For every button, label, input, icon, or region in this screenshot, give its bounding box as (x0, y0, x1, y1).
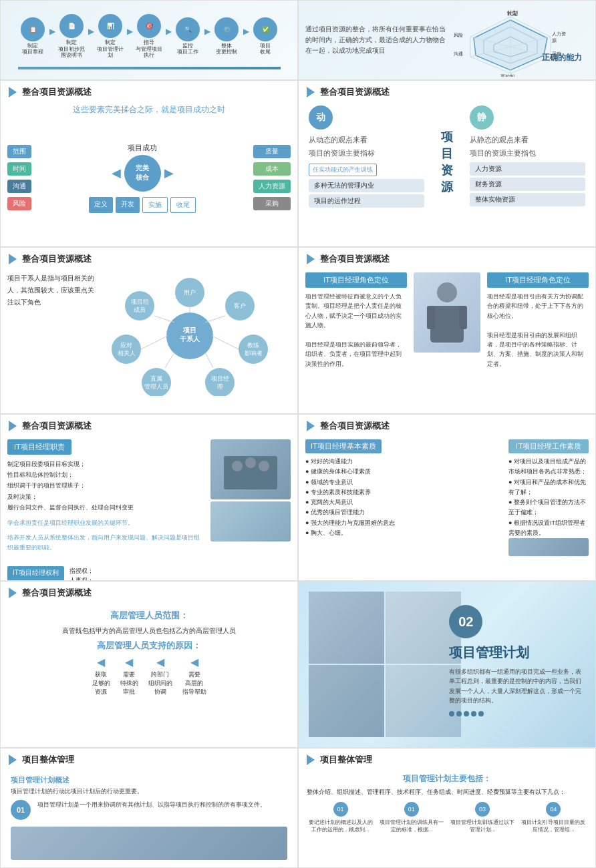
badge-phys-res: 整体实物资源 (470, 193, 585, 206)
duties-image-col (210, 439, 291, 560)
step-label-2: 制定项目初步范围说明书 (58, 39, 85, 59)
support-2: ◀ 需要特殊的审批 (120, 656, 138, 696)
step-circle-2: 📄 (59, 14, 84, 38)
plan-image (11, 827, 287, 860)
right-diagram: 通过项目资源的整合，将所有任何重要事在恰当的时间内，正确的方式，最适合成的人力物… (299, 1, 595, 79)
stakeholder-desc: 项目干系人是指与项目相关的人，其范围较大，应该重点关注以下角色 (7, 272, 100, 393)
svg-point-44 (437, 282, 457, 302)
dynamic-col: 动 从动态的观点来看 项目的资源主要指标 任实功能式的产生训练 多种无法的管理内… (309, 105, 424, 219)
right-tags: 质量 成本 人力资源 采购 (253, 121, 291, 234)
step-3: 📊 制定项目管理计划 (96, 14, 126, 59)
plan-text-1: 项目管理计划的行动比项目计划后的行动更重要。 (11, 787, 287, 797)
svg-text:影响者: 影响者 (245, 350, 263, 357)
flow-step-define[interactable]: 定义 (89, 197, 113, 213)
row3-left-header: 整合项目资源概述 (1, 248, 297, 269)
triangle-marker-3r (307, 254, 315, 264)
authority-text: 指授权；人事权；财权；技术决策权；设备、工具、材料的采购与控制权。 (69, 566, 166, 581)
triangle-marker-3 (9, 254, 17, 264)
step-desc-2: 项目管理计划的训练具有一定的标准，根据... (378, 819, 445, 833)
svg-text:应对: 应对 (120, 342, 132, 349)
role-header-1: IT项目经理角色定位 (305, 272, 407, 288)
plan-def-row: 01 项目管理计划是一个用来协调所有其他计划、以指导项目执行和控制的所有事项文件… (11, 800, 287, 820)
svg-rect-47 (459, 306, 467, 329)
row4-right-cell: 整合项目资源概述 IT项目经理基本素质 ● 对好的沟通能力 ● 健康的身体和心理… (298, 414, 596, 581)
svg-text:管理人员: 管理人员 (144, 383, 168, 390)
arrow-left-icon: ◀ (112, 166, 121, 180)
svg-point-31 (112, 335, 141, 364)
support-label-1: 获取足够的资源 (92, 670, 110, 696)
pm-step-1: 01 要记述计划的概述以及人的工作的运用的，顾虑到... (307, 802, 374, 833)
step-num-1: 01 (333, 802, 348, 817)
svg-line-41 (165, 353, 174, 368)
row4-right-title: 整合项目资源概述 (320, 420, 390, 432)
pm-plan-intro: 整体介绍、组织描述、管理程序、技术程序、任务组成、时间进度、经费预算等主要有以下… (307, 788, 587, 797)
svg-line-42 (141, 336, 168, 349)
support-label-2: 需要特殊的审批 (120, 670, 138, 696)
row1-left-cell: 📋 制定项目章程 ▶ 📄 制定项目初步范围说明书 ▶ 📊 制定项目管理计划 ▶ … (0, 0, 298, 80)
row3-left-cell: 整合项目资源概述 项目干系人是指与项目相关的人，其范围较大，应该重点关注以下角色… (0, 247, 298, 414)
step-circle-6: ⚙️ (214, 17, 239, 41)
resource-center: 项目资源 (438, 105, 456, 219)
row3-left-title: 整合项目资源概述 (22, 253, 92, 265)
tag-time: 时间 (7, 162, 31, 176)
flow-steps-row: 定义 开发 实施 收尾 (89, 197, 196, 213)
stakeholder-layout: 项目干系人是指与项目相关的人，其范围较大，应该重点关注以下角色 项目 干系人 用… (1, 269, 297, 396)
work-competency: IT项目经理工作素质 ● 对项目以及项目组成产品的市场和项目各热点非常熟悉； ●… (508, 439, 589, 556)
duties-text: IT项目经理职责 制定项目段委项目目标实现； 性目标和总体控制计划； 组织调干于… (7, 439, 204, 560)
step-label-6: 整体变更控制 (216, 43, 237, 55)
static-col: 静 从静态的观点来看 项目的资源主要指包 人力资源 财务资源 整体实物资源 (470, 105, 585, 219)
step-6: ⚙️ 整体变更控制 (212, 17, 242, 55)
tag-procure: 采购 (253, 197, 291, 210)
dynamic-subtitle1: 从动态的观点来看 (309, 135, 424, 145)
step-circle-7: ✅ (253, 17, 277, 41)
svg-text:直属: 直属 (150, 375, 162, 382)
pm-step-2: 01 项目管理计划的训练具有一定的标准，根据... (378, 802, 445, 833)
svg-text:项目组: 项目组 (131, 298, 149, 305)
pm-plan-detail: 项目管理计划主要包括： 整体介绍、组织描述、管理程序、技术程序、任务组成、时间进… (299, 770, 595, 837)
row4-left-header: 整合项目资源概述 (1, 415, 297, 436)
pm-desc: 有很多组织都有一组通用的项目完成一些业务，表单工程总则，最重要的是控制的中的内容… (449, 667, 582, 706)
svg-line-39 (212, 336, 239, 349)
dynamic-col-title: 动 (309, 105, 424, 130)
pm-img-1 (309, 592, 384, 664)
plan-item-1: 项目管理计划概述 项目管理计划的行动比项目计划后的行动更重要。 (11, 775, 287, 797)
dynamic-badges: 多种无法的管理内业 项目的运作过程 (309, 179, 424, 208)
duties-list: 制定项目段委项目目标实现； 性目标和总体控制计划； 组织调干于的项目管理班子； … (7, 459, 204, 513)
dynamic-desc: 任实功能式的产生训练 (309, 164, 377, 176)
arrows-area: ◀ 完美核合 ▶ (112, 155, 174, 192)
row2-left-title: 整合项目资源概述 (22, 86, 92, 98)
plan-def-text: 项目管理计划是一个用来协调所有其他计划、以指导项目执行和控制的所有事项文件。 (37, 800, 266, 809)
flow-step-close[interactable]: 收尾 (170, 197, 196, 213)
flow-step-impl[interactable]: 实施 (142, 197, 168, 213)
dynamic-icon: 动 (309, 105, 333, 130)
step-5: 🔍 监控项目工作 (173, 17, 203, 55)
step-2: 📄 制定项目初步范围说明书 (57, 14, 87, 59)
svg-point-49 (232, 461, 243, 471)
spider-svg: 计划 制定 人力资 源 采购 沟通 风险 要控制 (450, 10, 571, 77)
flow-step-develop[interactable]: 开发 (116, 197, 140, 213)
duties-note-2: 培养开发人员从系统整体出发，面向用户来发现问题、解决问题是项目组织最重要的职能。 (7, 533, 204, 552)
tag-cost: 成本 (253, 162, 291, 176)
svg-rect-46 (427, 306, 435, 329)
stake-map: 项目 干系人 用户 客户 教练 影响者 项目经 理 (106, 272, 291, 393)
step-num-4: 04 (546, 802, 561, 817)
arrow-6: ▶ (243, 27, 249, 36)
pm-content: 02 项目管理计划 有很多组织都有一组通用的项目完成一些业务，表单工程总则，最重… (449, 605, 582, 716)
svg-line-40 (205, 353, 213, 368)
triangle-marker-1 (9, 87, 17, 97)
role-text-1: 项目管理经被特征而被意义的个人负责制。项目经理是把个人责任是的核心人物，赋予决定… (305, 292, 407, 369)
pm-slide: 02 项目管理计划 有很多组织都有一组通用的项目完成一些业务，表单工程总则，最重… (309, 592, 585, 737)
row5-left-title: 整合项目资源概述 (22, 587, 92, 599)
support-3: ◀ 跨部门组织间的协调 (148, 656, 172, 696)
duties-badge: IT项目经理职责 (7, 439, 71, 455)
support-1: ◀ 获取足够的资源 (92, 656, 110, 696)
row6-right-title: 项目整体管理 (320, 754, 372, 766)
row4-right-header: 整合项目资源概述 (299, 415, 595, 436)
dot-2 (456, 711, 462, 716)
row2-left-cell: 整合项目资源概述 这些要素完美揉合之际，就是项目成功之时 范围 时间 沟通 风险… (0, 80, 298, 247)
badge-fin-res: 财务资源 (470, 178, 585, 191)
step-7: ✅ 项目收尾 (251, 17, 281, 55)
row4-left-cell: 整合项目资源概述 IT项目经理职责 制定项目段委项目目标实现； 性目标和总体控制… (0, 414, 298, 581)
svg-text:干系人: 干系人 (180, 335, 200, 343)
dynamic-subtitle2: 项目的资源主要指标 (309, 148, 424, 158)
